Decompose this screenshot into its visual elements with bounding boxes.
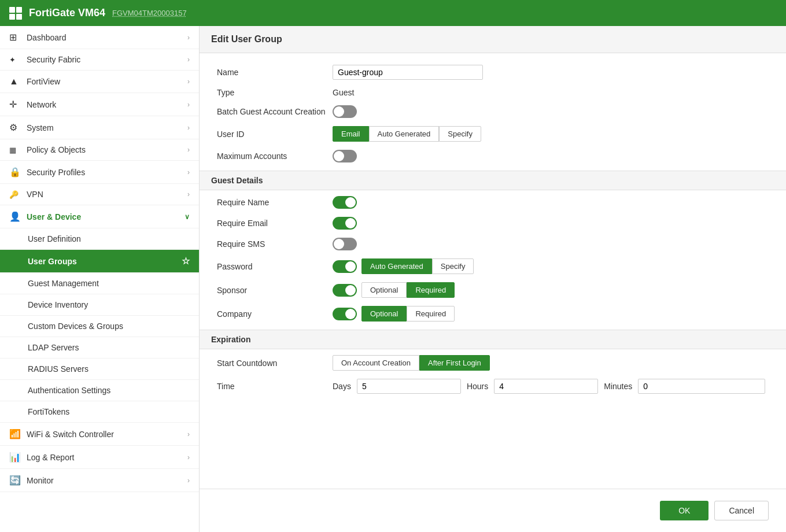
sidebar-item-radius[interactable]: RADIUS Servers — [0, 359, 199, 380]
app-title: FortiGate VM64 — [29, 7, 105, 19]
start-countdown-label: Start Countdown — [217, 359, 333, 368]
time-row: Time Days Hours Minutes — [217, 379, 769, 394]
form-footer: OK Cancel — [200, 489, 786, 532]
sidebar-label-user-groups: User Groups — [28, 257, 77, 266]
sidebar-item-dashboard[interactable]: ⊞ Dashboard › — [0, 26, 199, 49]
sponsor-toggle[interactable] — [333, 284, 357, 297]
sidebar-item-user-definition[interactable]: User Definition — [0, 228, 199, 250]
user-id-specify-btn[interactable]: Specify — [439, 126, 481, 142]
time-label: Time — [217, 382, 333, 391]
batch-toggle[interactable] — [333, 105, 357, 118]
user-id-email-btn[interactable]: Email — [333, 126, 369, 142]
sidebar-item-custom-devices[interactable]: Custom Devices & Groups — [0, 316, 199, 337]
company-optional-btn[interactable]: Optional — [361, 306, 407, 322]
content-area: Edit User Group Name Type Guest Batch Gu… — [200, 26, 786, 532]
password-label: Password — [217, 262, 333, 271]
require-name-row: Require Name — [217, 196, 769, 209]
require-email-label: Require Email — [217, 219, 333, 228]
require-sms-toggle[interactable] — [333, 238, 357, 250]
sidebar-item-network[interactable]: ✛ Network › — [0, 93, 199, 116]
sponsor-btn-group: Optional Required — [361, 282, 455, 298]
chevron-security-fabric: › — [187, 56, 190, 64]
require-email-toggle[interactable] — [333, 217, 357, 230]
sidebar-item-security-profiles[interactable]: 🔒 Security Profiles › — [0, 161, 199, 184]
sidebar-item-device-inventory[interactable]: Device Inventory — [0, 294, 199, 316]
sidebar-label-user-device: User & Device — [27, 212, 184, 221]
sidebar-label-network: Network — [27, 100, 187, 109]
sidebar-item-system[interactable]: ⚙ System › — [0, 116, 199, 139]
chevron-monitor: › — [187, 476, 190, 485]
max-accounts-toggle[interactable] — [333, 150, 357, 162]
sidebar-label-policy: Policy & Objects — [27, 145, 187, 154]
company-toggle-group: Optional Required — [333, 306, 455, 322]
minutes-input[interactable] — [638, 379, 765, 394]
sidebar-label-system: System — [27, 123, 187, 132]
sidebar-item-log-report[interactable]: 📊 Log & Report › — [0, 446, 199, 469]
company-toggle[interactable] — [333, 308, 357, 320]
page-title: Edit User Group — [200, 26, 786, 53]
sidebar-item-guest-management[interactable]: Guest Management — [0, 273, 199, 294]
user-device-icon: 👤 — [9, 211, 21, 222]
security-fabric-icon: ✦ — [9, 56, 21, 64]
device-serial: FGVM04TM20003157 — [112, 9, 187, 17]
name-input[interactable] — [333, 65, 483, 80]
sponsor-optional-btn[interactable]: Optional — [361, 282, 407, 298]
time-inputs: Days Hours Minutes — [333, 379, 765, 394]
password-row: Password Auto Generated Specify — [217, 258, 769, 274]
countdown-first-login-btn[interactable]: After First Login — [419, 355, 490, 371]
sidebar-item-user-groups[interactable]: User Groups ☆ — [0, 250, 199, 273]
company-required-btn[interactable]: Required — [407, 306, 455, 322]
hours-input[interactable] — [494, 379, 598, 394]
days-input[interactable] — [357, 379, 461, 394]
topbar: FortiGate VM64 FGVM04TM20003157 — [0, 0, 786, 26]
sidebar-label-radius: RADIUS Servers — [28, 364, 88, 374]
chevron-wifi: › — [187, 430, 190, 438]
require-email-row: Require Email — [217, 217, 769, 230]
countdown-account-creation-btn[interactable]: On Account Creation — [333, 355, 419, 371]
main-layout: ⊞ Dashboard › ✦ Security Fabric › ▲ Fort… — [0, 26, 786, 532]
sidebar-item-ldap[interactable]: LDAP Servers — [0, 337, 199, 359]
sidebar: ⊞ Dashboard › ✦ Security Fabric › ▲ Fort… — [0, 26, 200, 532]
sidebar-label-vpn: VPN — [27, 190, 187, 199]
sidebar-item-monitor[interactable]: 🔄 Monitor › — [0, 469, 199, 492]
password-toggle-group: Auto Generated Specify — [333, 258, 474, 274]
sidebar-item-vpn[interactable]: 🔑 VPN › — [0, 184, 199, 205]
fortigate-logo — [9, 7, 22, 20]
sidebar-item-policy[interactable]: ▦ Policy & Objects › — [0, 139, 199, 161]
chevron-system: › — [187, 124, 190, 132]
sidebar-item-security-fabric[interactable]: ✦ Security Fabric › — [0, 49, 199, 71]
chevron-vpn: › — [187, 190, 190, 198]
sponsor-required-btn[interactable]: Required — [407, 282, 455, 298]
name-label: Name — [217, 68, 333, 77]
sidebar-item-fortiview[interactable]: ▲ FortiView › — [0, 71, 199, 93]
form-body: Name Type Guest Batch Guest Account Crea… — [200, 53, 786, 489]
password-toggle[interactable] — [333, 260, 357, 273]
log-report-icon: 📊 — [9, 452, 21, 463]
chevron-dashboard: › — [187, 34, 190, 42]
user-id-auto-btn[interactable]: Auto Generated — [369, 126, 440, 142]
cancel-button[interactable]: Cancel — [714, 501, 769, 520]
require-sms-row: Require SMS — [217, 238, 769, 250]
require-name-toggle[interactable] — [333, 196, 357, 209]
chevron-security-profiles: › — [187, 168, 190, 176]
name-row: Name — [217, 65, 769, 80]
type-label: Type — [217, 88, 333, 97]
sidebar-label-custom-devices: Custom Devices & Groups — [28, 322, 123, 331]
sidebar-label-user-definition: User Definition — [28, 234, 81, 243]
company-label: Company — [217, 309, 333, 319]
guest-details-section: Guest Details — [200, 171, 786, 190]
network-icon: ✛ — [9, 99, 21, 110]
wifi-icon: 📶 — [9, 428, 21, 439]
sidebar-label-dashboard: Dashboard — [27, 33, 187, 42]
ok-button[interactable]: OK — [660, 501, 708, 520]
star-icon[interactable]: ☆ — [182, 256, 190, 267]
sidebar-item-fortitokens[interactable]: FortiTokens — [0, 401, 199, 423]
password-specify-btn[interactable]: Specify — [432, 258, 474, 274]
password-auto-btn[interactable]: Auto Generated — [361, 258, 432, 274]
user-id-btn-group: Email Auto Generated Specify — [333, 126, 481, 142]
sidebar-item-wifi[interactable]: 📶 WiFi & Switch Controller › — [0, 423, 199, 446]
sidebar-item-user-device[interactable]: 👤 User & Device ∨ — [0, 205, 199, 228]
minutes-label: Minutes — [604, 382, 632, 391]
require-sms-label: Require SMS — [217, 239, 333, 249]
sidebar-item-auth-settings[interactable]: Authentication Settings — [0, 380, 199, 401]
